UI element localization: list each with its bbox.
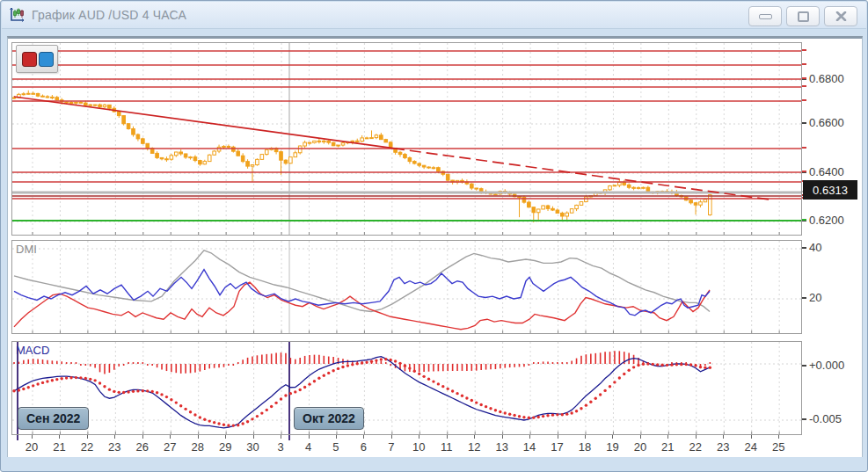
dmi-axis-label: 40 (809, 241, 821, 254)
axis-tick (32, 435, 33, 439)
restore-button[interactable] (786, 6, 820, 26)
month-separator-tick (17, 435, 18, 440)
axis-tick (363, 435, 364, 439)
time-axis-label: 7 (388, 440, 394, 454)
axis-tick (114, 435, 115, 439)
axis-tick (474, 435, 475, 439)
time-axis-label: 13 (495, 440, 507, 454)
axis-tick (309, 435, 310, 439)
time-axis[interactable]: 2021222326272829303456710111213141718192… (11, 435, 802, 456)
axis-tick (198, 435, 199, 439)
axis-tick (802, 122, 806, 124)
axis-tick (612, 435, 613, 439)
macd-panel[interactable]: MACD Сен 2022 Окт 2022 (11, 341, 802, 435)
time-axis-label: 19 (606, 440, 618, 454)
close-icon (835, 11, 847, 21)
red-color-button[interactable] (22, 52, 37, 67)
axis-tick (640, 435, 641, 439)
level-tick (802, 77, 806, 79)
time-axis-label: 23 (717, 440, 729, 454)
restore-icon (798, 11, 809, 22)
macd-label: MACD (16, 344, 49, 357)
time-axis-label: 20 (26, 440, 38, 454)
blue-color-button[interactable] (39, 52, 54, 67)
color-toolbar (16, 45, 58, 73)
macd-axis-label: -0.005 (809, 412, 842, 425)
title-bar[interactable]: График AUD /USD 4 ЧАСА (2, 2, 866, 29)
time-axis-label: 3 (277, 440, 283, 454)
axis-tick (696, 435, 697, 439)
price-axis[interactable]: 0.6313 0.68000.66000.64000.62004020+0.00… (802, 32, 863, 445)
dmi-label: DMI (16, 243, 37, 256)
minimize-button[interactable] (748, 6, 782, 26)
axis-tick (778, 435, 779, 439)
axis-tick (751, 435, 752, 439)
axis-tick (447, 435, 448, 439)
time-axis-label: 12 (468, 440, 480, 454)
time-axis-label: 27 (164, 440, 176, 454)
price-axis-label: 0.6400 (809, 165, 844, 178)
axis-tick (142, 435, 143, 439)
minimize-icon (759, 14, 772, 19)
axis-tick (558, 435, 558, 439)
close-button[interactable] (824, 6, 857, 26)
axis-tick (802, 418, 806, 420)
window-controls (748, 6, 857, 26)
level-tick (802, 49, 806, 51)
time-axis-label: 30 (246, 440, 259, 454)
axis-tick (585, 435, 586, 439)
time-axis-label: 21 (53, 440, 65, 454)
axis-tick (281, 435, 281, 439)
time-axis-label: 14 (523, 440, 536, 454)
level-tick (802, 85, 806, 87)
time-axis-label: 22 (81, 440, 93, 454)
price-axis-label: 0.6800 (809, 72, 844, 85)
level-tick (802, 147, 806, 149)
time-axis-label: 4 (305, 440, 311, 454)
time-axis-label: 18 (579, 440, 591, 454)
time-axis-label: 26 (136, 440, 149, 454)
time-axis-label: 21 (661, 440, 674, 454)
axis-tick (529, 435, 530, 439)
time-axis-label: 28 (191, 440, 203, 454)
axis-tick (253, 435, 254, 439)
time-axis-label: 24 (744, 440, 756, 454)
current-price-badge: 0.6313 (803, 180, 857, 200)
dmi-minus_di-line (14, 282, 710, 330)
axis-tick (336, 435, 337, 439)
main-chart-panel[interactable] (11, 42, 802, 236)
month-badge-september: Сен 2022 (18, 407, 89, 430)
axis-tick (170, 435, 171, 439)
macd-axis-label: +0.000 (809, 359, 844, 372)
candlestick-chart-icon (8, 6, 26, 24)
dmi-canvas (12, 241, 801, 333)
axis-tick (87, 435, 88, 439)
price-chart-canvas (12, 43, 801, 235)
month-separator-tick (288, 435, 290, 440)
axis-tick (419, 435, 419, 439)
axis-tick (502, 435, 503, 439)
time-axis-label: 22 (689, 440, 702, 454)
level-tick (802, 171, 806, 172)
axis-tick (225, 435, 226, 439)
time-axis-label: 20 (634, 440, 646, 454)
level-tick (802, 63, 806, 65)
dmi-panel[interactable]: DMI (11, 240, 802, 334)
price-axis-label: 0.6600 (809, 116, 844, 129)
time-axis-label: 23 (108, 440, 120, 454)
axis-tick (391, 435, 392, 439)
time-axis-label: 25 (772, 440, 784, 454)
time-axis-label: 5 (332, 440, 339, 454)
time-axis-label: 10 (412, 440, 425, 454)
time-axis-label: 6 (361, 440, 367, 454)
axis-tick (802, 365, 806, 367)
axis-tick (59, 435, 60, 439)
macd-canvas (12, 342, 801, 434)
price-axis-label: 0.6200 (809, 214, 844, 227)
axis-tick (723, 435, 724, 439)
level-tick (802, 99, 806, 101)
time-axis-label: 11 (441, 440, 453, 454)
time-axis-label: 29 (219, 440, 231, 454)
window-title: График AUD /USD 4 ЧАСА (32, 8, 186, 22)
axis-tick (802, 297, 806, 299)
